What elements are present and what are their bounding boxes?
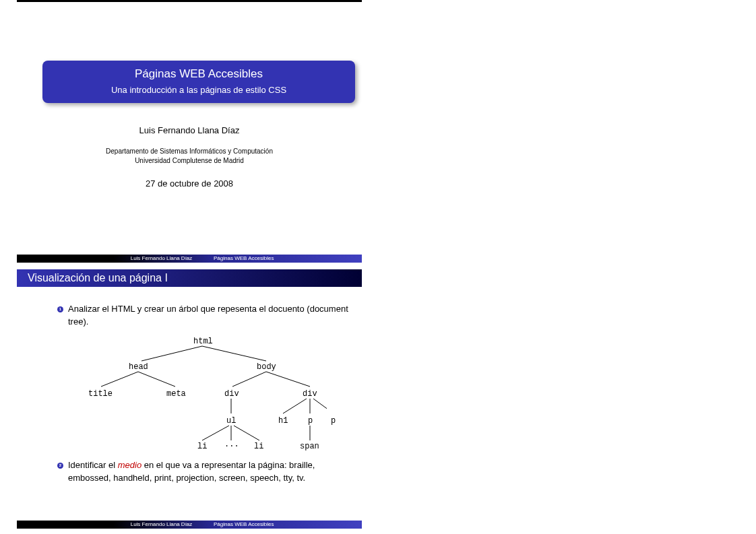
slide-body: 1 Analizar el HTML y crear un árbol que … — [57, 303, 348, 488]
svg-line-9 — [234, 426, 259, 440]
tree-node-h1: h1 — [278, 416, 288, 426]
tree-node-html: html — [193, 337, 213, 346]
tree-node-div-2: div — [303, 389, 317, 399]
presentation-title: Páginas WEB Accesibles — [52, 67, 346, 81]
tree-node-body: body — [257, 362, 276, 372]
item-1-text: Analizar el HTML y crear un árbol que re… — [68, 304, 348, 327]
tree-node-meta: meta — [166, 389, 186, 399]
svg-line-4 — [232, 372, 266, 387]
svg-line-1 — [202, 346, 266, 361]
tree-node-dots: ··· — [224, 442, 239, 451]
svg-line-3 — [138, 372, 175, 387]
svg-line-5 — [266, 372, 310, 387]
svg-line-10 — [283, 399, 307, 413]
svg-line-7 — [202, 426, 229, 440]
tree-node-head: head — [129, 362, 148, 372]
slide-heading: Visualización de una página I — [17, 269, 362, 287]
content-slide: Visualización de una página I 1 Analizar… — [17, 263, 362, 529]
title-block: Páginas WEB Accesibles Una introducción … — [42, 61, 355, 103]
list-item-2: 2 Identificar el medio en el que va a re… — [57, 459, 348, 485]
footer-segment-left — [17, 255, 113, 263]
item-2-prefix: Identificar el — [68, 460, 118, 470]
slide-footer: Luis Fernando Llana Díaz Páginas WEB Acc… — [17, 255, 362, 263]
tree-node-p-1: p — [308, 416, 313, 426]
bullet-number-1: 1 — [57, 306, 63, 312]
presentation-subtitle: Una introducción a las páginas de estilo… — [52, 85, 346, 95]
item-2-medio: medio — [118, 460, 141, 470]
svg-line-12 — [313, 399, 327, 413]
department: Departamento de Sistemas Informáticos y … — [17, 147, 362, 165]
footer-author: Luis Fernando Llana Díaz — [113, 255, 210, 263]
svg-line-2 — [101, 372, 138, 387]
presentation-date: 27 de octubre de 2008 — [17, 178, 362, 189]
svg-line-0 — [141, 346, 202, 361]
list-item-1: 1 Analizar el HTML y crear un árbol que … — [57, 303, 348, 329]
tree-node-title: title — [88, 389, 113, 399]
footer-title: Páginas WEB Accesibles — [210, 255, 362, 263]
document-tree-diagram: html head body title meta div div ul h1 … — [51, 333, 327, 454]
tree-node-li-2: li — [254, 442, 263, 451]
tree-node-p-2: p — [331, 416, 336, 426]
tree-node-li-1: li — [197, 442, 207, 451]
slide-footer: Luis Fernando Llana Díaz Páginas WEB Acc… — [17, 521, 362, 529]
tree-node-div-1: div — [224, 389, 239, 399]
dept-line-2: Universidad Complutense de Madrid — [135, 157, 244, 164]
footer-title: Páginas WEB Accesibles — [210, 521, 362, 529]
dept-line-1: Departamento de Sistemas Informáticos y … — [106, 147, 273, 155]
footer-segment-left — [17, 521, 113, 529]
bullet-number-2: 2 — [57, 463, 63, 469]
author-name: Luis Fernando Llana Díaz — [17, 125, 362, 135]
title-slide: Páginas WEB Accesibles Una introducción … — [17, 0, 362, 263]
tree-node-ul: ul — [226, 416, 236, 426]
footer-author: Luis Fernando Llana Díaz — [113, 521, 210, 529]
tree-node-span: span — [300, 442, 319, 451]
